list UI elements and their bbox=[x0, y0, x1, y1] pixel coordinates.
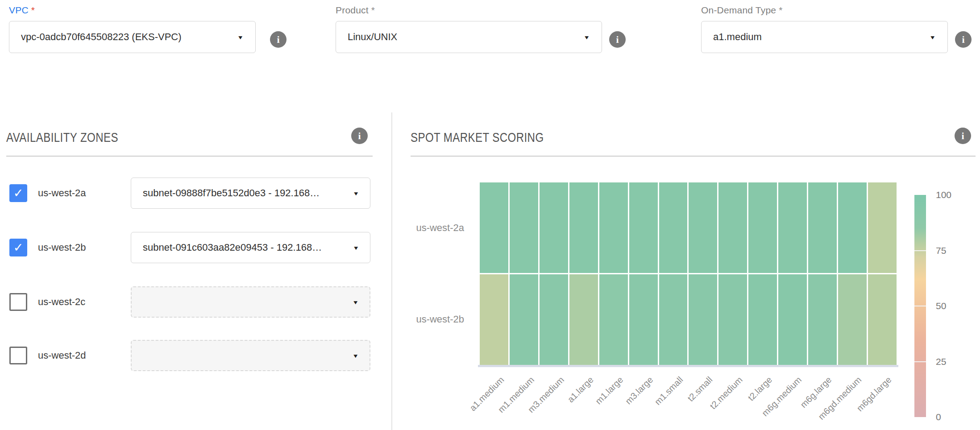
heatmap-cell-us-west-2a-t2.medium[interactable] bbox=[718, 182, 747, 273]
product-label-text: Product bbox=[336, 5, 369, 15]
heatmap-cell-us-west-2a-t2.small[interactable] bbox=[689, 182, 717, 273]
az-row-us-west-2d: us-west-2d▼ bbox=[0, 340, 392, 371]
heatmap-cell-us-west-2a-a1.large[interactable] bbox=[569, 182, 598, 273]
heatmap-cell-us-west-2a-m1.small[interactable] bbox=[659, 182, 688, 273]
spot-market-scoring-divider bbox=[411, 156, 976, 157]
vpc-label: VPC* bbox=[9, 5, 256, 16]
heatmap-cell-us-west-2b-m1.medium[interactable] bbox=[510, 274, 538, 365]
subnet-select-us-west-2d[interactable]: ▼ bbox=[131, 340, 370, 371]
legend-tick-50: 50 bbox=[936, 300, 946, 312]
caret-down-icon: ▼ bbox=[352, 352, 359, 359]
heatmap-cell-us-west-2a-t2.large[interactable] bbox=[748, 182, 777, 273]
vpc-field-group: VPC* vpc-0adcb70f645508223 (EKS-VPC) ▼ bbox=[9, 5, 256, 53]
spot-market-scoring-title-text: SPOT MARKET SCORING bbox=[411, 130, 544, 145]
az-zone-label: us-west-2d bbox=[38, 347, 86, 364]
heatmap-cell-us-west-2b-m1.small[interactable] bbox=[659, 274, 688, 365]
heatmap-col-label-a1.large: a1.large bbox=[565, 375, 595, 405]
spot-score-heatmap bbox=[480, 182, 897, 365]
heatmap-cell-us-west-2a-a1.medium[interactable] bbox=[480, 182, 508, 273]
info-glyph: i bbox=[277, 34, 279, 45]
on-demand-type-label: On-Demand Type* bbox=[701, 5, 948, 16]
spot-configuration-page: VPC* vpc-0adcb70f645508223 (EKS-VPC) ▼ i… bbox=[0, 0, 980, 430]
on-demand-type-info-icon[interactable]: i bbox=[955, 31, 972, 48]
spot-market-scoring-info-icon[interactable]: i bbox=[955, 128, 971, 144]
az-row-us-west-2a: ✓us-west-2asubnet-09888f7be5152d0e3 - 19… bbox=[0, 178, 392, 209]
check-icon: ✓ bbox=[13, 187, 24, 199]
heatmap-cell-us-west-2b-m6gd.medium[interactable] bbox=[838, 274, 867, 365]
heatmap-cell-us-west-2b-m1.large[interactable] bbox=[599, 274, 628, 365]
heatmap-cell-us-west-2b-t2.large[interactable] bbox=[748, 274, 777, 365]
on-demand-type-field-group: On-Demand Type* a1.medium ▼ bbox=[701, 5, 948, 53]
heatmap-col-label-m1.small: m1.small bbox=[652, 375, 685, 407]
on-demand-type-select[interactable]: a1.medium ▼ bbox=[701, 21, 948, 53]
vpc-info-icon[interactable]: i bbox=[270, 31, 287, 48]
heatmap-cell-us-west-2b-m6gd.large[interactable] bbox=[868, 274, 897, 365]
heatmap-color-legend bbox=[914, 195, 926, 417]
product-select-value: Linux/UNIX bbox=[348, 31, 576, 43]
subnet-select-us-west-2c[interactable]: ▼ bbox=[131, 286, 370, 318]
heatmap-x-axis-line bbox=[478, 365, 898, 367]
check-icon: ✓ bbox=[13, 242, 24, 254]
info-glyph: i bbox=[616, 34, 619, 45]
heatmap-cell-us-west-2a-m3.large[interactable] bbox=[629, 182, 658, 273]
heatmap-cell-us-west-2a-m1.large[interactable] bbox=[599, 182, 628, 273]
az-zone-label: us-west-2a bbox=[38, 184, 86, 202]
heatmap-cell-us-west-2a-m6g.medium[interactable] bbox=[778, 182, 807, 273]
caret-down-icon: ▼ bbox=[237, 34, 244, 40]
vpc-select[interactable]: vpc-0adcb70f645508223 (EKS-VPC) ▼ bbox=[9, 21, 256, 53]
heatmap-cell-us-west-2b-a1.medium[interactable] bbox=[480, 274, 508, 365]
caret-down-icon: ▼ bbox=[352, 299, 359, 305]
vpc-label-text: VPC bbox=[9, 5, 29, 15]
product-label: Product* bbox=[336, 5, 602, 16]
availability-zones-divider bbox=[6, 156, 373, 157]
heatmap-cell-us-west-2b-t2.small[interactable] bbox=[689, 274, 717, 365]
availability-zones-title: AVAILABILITY ZONES bbox=[6, 130, 141, 145]
heatmap-cell-us-west-2a-m3.medium[interactable] bbox=[540, 182, 568, 273]
az-checkbox-us-west-2d[interactable] bbox=[9, 347, 27, 364]
required-asterisk: * bbox=[371, 5, 375, 15]
legend-tick-0: 0 bbox=[936, 411, 941, 423]
heatmap-row-label-us-west-2a: us-west-2a bbox=[384, 221, 464, 235]
availability-zones-info-icon[interactable]: i bbox=[351, 128, 368, 144]
spot-market-scoring-title: SPOT MARKET SCORING bbox=[411, 130, 571, 145]
availability-zones-title-text: AVAILABILITY ZONES bbox=[6, 130, 118, 145]
heatmap-cell-us-west-2b-t2.medium[interactable] bbox=[718, 274, 747, 365]
caret-down-icon: ▼ bbox=[583, 34, 590, 40]
info-glyph: i bbox=[962, 34, 964, 45]
heatmap-cell-us-west-2b-m3.medium[interactable] bbox=[540, 274, 568, 365]
caret-down-icon: ▼ bbox=[353, 190, 359, 196]
product-select[interactable]: Linux/UNIX ▼ bbox=[336, 21, 602, 53]
section-vertical-divider bbox=[391, 112, 392, 430]
vpc-select-value: vpc-0adcb70f645508223 (EKS-VPC) bbox=[21, 31, 230, 43]
subnet-select-us-west-2a[interactable]: subnet-09888f7be5152d0e3 - 192.168…▼ bbox=[131, 178, 370, 209]
legend-tick-75: 75 bbox=[936, 245, 946, 256]
heatmap-cell-us-west-2a-m1.medium[interactable] bbox=[510, 182, 538, 273]
on-demand-type-select-value: a1.medium bbox=[713, 31, 922, 43]
heatmap-cell-us-west-2b-m6g.medium[interactable] bbox=[778, 274, 807, 365]
info-glyph: i bbox=[358, 130, 361, 142]
subnet-select-value: subnet-09888f7be5152d0e3 - 192.168… bbox=[143, 187, 345, 199]
heatmap-cell-us-west-2a-m6g.large[interactable] bbox=[808, 182, 837, 273]
az-zone-label: us-west-2c bbox=[38, 293, 85, 311]
on-demand-type-label-text: On-Demand Type bbox=[701, 5, 776, 15]
legend-separator bbox=[914, 361, 926, 362]
required-asterisk: * bbox=[779, 5, 782, 15]
az-checkbox-us-west-2a[interactable]: ✓ bbox=[9, 184, 27, 202]
product-field-group: Product* Linux/UNIX ▼ bbox=[336, 5, 602, 53]
heatmap-cell-us-west-2b-m6g.large[interactable] bbox=[808, 274, 837, 365]
required-asterisk: * bbox=[31, 5, 35, 15]
heatmap-cell-us-west-2a-m6gd.medium[interactable] bbox=[838, 182, 867, 273]
heatmap-row-label-us-west-2b: us-west-2b bbox=[384, 313, 464, 326]
az-zone-label: us-west-2b bbox=[38, 239, 86, 256]
heatmap-cell-us-west-2b-a1.large[interactable] bbox=[569, 274, 598, 365]
product-info-icon[interactable]: i bbox=[609, 31, 626, 48]
info-glyph: i bbox=[961, 130, 964, 142]
subnet-select-us-west-2b[interactable]: subnet-091c603aa82e09453 - 192.168…▼ bbox=[131, 232, 370, 263]
az-checkbox-us-west-2b[interactable]: ✓ bbox=[9, 239, 27, 256]
heatmap-cell-us-west-2a-m6gd.large[interactable] bbox=[868, 182, 897, 273]
heatmap-col-label-t2.medium: t2.medium bbox=[708, 375, 744, 411]
heatmap-col-label-m1.large: m1.large bbox=[594, 375, 625, 406]
legend-separator bbox=[914, 306, 926, 306]
az-checkbox-us-west-2c[interactable] bbox=[9, 293, 27, 311]
heatmap-cell-us-west-2b-m3.large[interactable] bbox=[629, 274, 658, 365]
